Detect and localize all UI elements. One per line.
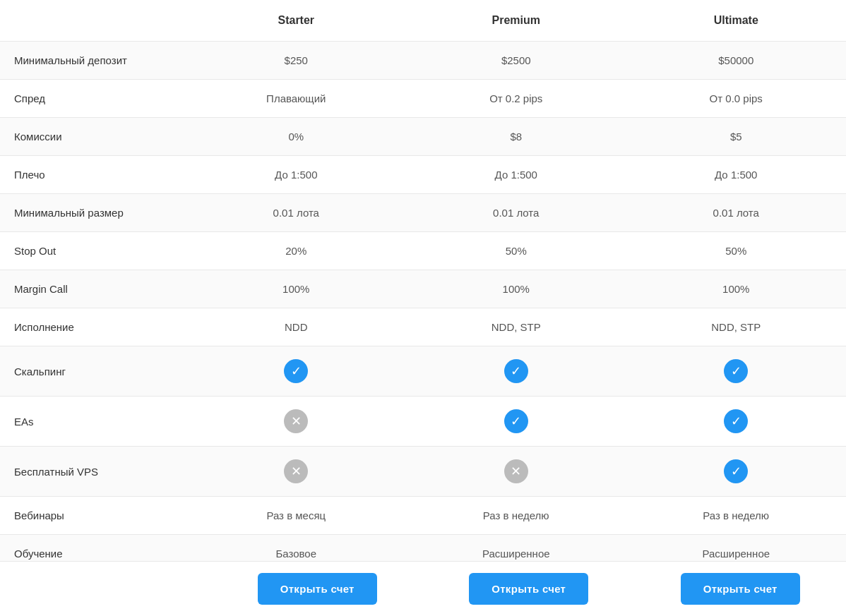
row-starter-value: $250 xyxy=(186,42,406,80)
row-starter-value: ✕ xyxy=(186,447,406,497)
row-label: EAs xyxy=(0,397,186,447)
open-account-ultimate-button[interactable]: Открыть счет xyxy=(681,573,800,605)
row-label: Спред xyxy=(0,80,186,118)
col-header-label xyxy=(0,0,186,42)
row-premium-value: До 1:500 xyxy=(406,156,626,194)
row-label: Скальпинг xyxy=(0,346,186,397)
row-label: Вебинары xyxy=(0,497,186,535)
table-row: Минимальный размер0.01 лота0.01 лота0.01… xyxy=(0,194,846,232)
check-icon: ✓ xyxy=(724,459,748,483)
row-ultimate-value: $5 xyxy=(626,118,846,156)
footer-btn-premium-cell: Открыть счет xyxy=(423,573,635,605)
row-label: Исполнение xyxy=(0,308,186,346)
row-label: Бесплатный VPS xyxy=(0,447,186,497)
table-row: ИсполнениеNDDNDD, STPNDD, STP xyxy=(0,308,846,346)
row-ultimate-value: 50% xyxy=(626,232,846,270)
check-icon: ✓ xyxy=(284,359,308,383)
open-account-starter-button[interactable]: Открыть счет xyxy=(258,573,377,605)
row-premium-value: 100% xyxy=(406,270,626,308)
comparison-table: Starter Premium Ultimate Минимальный деп… xyxy=(0,0,846,573)
row-starter-value: 20% xyxy=(186,232,406,270)
table-row: СпредПлавающийОт 0.2 pipsОт 0.0 pips xyxy=(0,80,846,118)
table-row: EAs✕✓✓ xyxy=(0,397,846,447)
check-icon: ✓ xyxy=(504,409,528,433)
row-premium-value: 0.01 лота xyxy=(406,194,626,232)
table-row: Stop Out20%50%50% xyxy=(0,232,846,270)
row-ultimate-value: Раз в неделю xyxy=(626,497,846,535)
row-premium-value: NDD, STP xyxy=(406,308,626,346)
table-row: Margin Call100%100%100% xyxy=(0,270,846,308)
check-icon: ✓ xyxy=(724,409,748,433)
row-label: Плечо xyxy=(0,156,186,194)
row-ultimate-value: 100% xyxy=(626,270,846,308)
row-label: Минимальный депозит xyxy=(0,42,186,80)
row-ultimate-value: 0.01 лота xyxy=(626,194,846,232)
row-ultimate-value: От 0.0 pips xyxy=(626,80,846,118)
row-starter-value: 0.01 лота xyxy=(186,194,406,232)
check-icon: ✓ xyxy=(724,359,748,383)
row-starter-value: 100% xyxy=(186,270,406,308)
row-ultimate-value: ✓ xyxy=(626,346,846,397)
open-account-premium-button[interactable]: Открыть счет xyxy=(469,573,588,605)
row-label: Stop Out xyxy=(0,232,186,270)
check-icon: ✓ xyxy=(504,359,528,383)
footer-inner: Открыть счет Открыть счет Открыть счет xyxy=(0,573,846,605)
row-starter-value: Плавающий xyxy=(186,80,406,118)
row-premium-value: ✓ xyxy=(406,397,626,447)
table-row: Бесплатный VPS✕✕✓ xyxy=(0,447,846,497)
table-row: Минимальный депозит$250$2500$50000 xyxy=(0,42,846,80)
row-premium-value: ✓ xyxy=(406,346,626,397)
table-row: ВебинарыРаз в месяцРаз в неделюРаз в нед… xyxy=(0,497,846,535)
footer-spacer xyxy=(0,573,212,605)
row-starter-value: До 1:500 xyxy=(186,156,406,194)
row-premium-value: От 0.2 pips xyxy=(406,80,626,118)
row-premium-value: 50% xyxy=(406,232,626,270)
row-label: Комиссии xyxy=(0,118,186,156)
col-header-starter: Starter xyxy=(186,0,406,42)
col-header-premium: Premium xyxy=(406,0,626,42)
row-starter-value: Раз в месяц xyxy=(186,497,406,535)
table-row: Скальпинг✓✓✓ xyxy=(0,346,846,397)
row-label: Минимальный размер xyxy=(0,194,186,232)
row-premium-value: ✕ xyxy=(406,447,626,497)
row-premium-value: Раз в неделю xyxy=(406,497,626,535)
cross-icon: ✕ xyxy=(504,459,528,483)
row-ultimate-value: ✓ xyxy=(626,397,846,447)
table-row: Комиссии0%$8$5 xyxy=(0,118,846,156)
table-row: ПлечоДо 1:500До 1:500До 1:500 xyxy=(0,156,846,194)
row-starter-value: 0% xyxy=(186,118,406,156)
footer-btn-ultimate-cell: Открыть счет xyxy=(635,573,847,605)
footer-btn-starter-cell: Открыть счет xyxy=(212,573,424,605)
row-starter-value: NDD xyxy=(186,308,406,346)
row-premium-value: $2500 xyxy=(406,42,626,80)
row-ultimate-value: До 1:500 xyxy=(626,156,846,194)
row-label: Margin Call xyxy=(0,270,186,308)
row-premium-value: $8 xyxy=(406,118,626,156)
row-starter-value: ✓ xyxy=(186,346,406,397)
row-ultimate-value: $50000 xyxy=(626,42,846,80)
row-ultimate-value: NDD, STP xyxy=(626,308,846,346)
row-ultimate-value: ✓ xyxy=(626,447,846,497)
cross-icon: ✕ xyxy=(284,409,308,433)
row-starter-value: ✕ xyxy=(186,397,406,447)
footer-bar: Открыть счет Открыть счет Открыть счет xyxy=(0,561,846,616)
page-wrapper: Starter Premium Ultimate Минимальный деп… xyxy=(0,0,846,616)
cross-icon: ✕ xyxy=(284,459,308,483)
col-header-ultimate: Ultimate xyxy=(626,0,846,42)
